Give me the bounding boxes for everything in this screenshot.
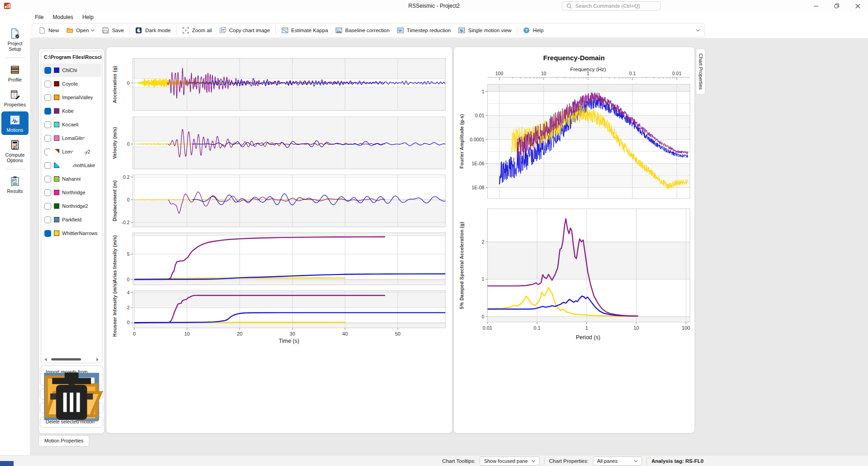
chevron-down-icon bbox=[531, 460, 535, 462]
motion-list: C:\Program Files\Rocscience\ ChiChiCoyot… bbox=[41, 51, 102, 363]
fourier-tick-label: 1E-06 bbox=[472, 161, 484, 166]
sidebar-separator bbox=[5, 169, 25, 169]
sidebar-separator bbox=[5, 58, 25, 58]
toolbar-button-baseline-correction[interactable]: Baseline correction bbox=[332, 25, 393, 36]
scrollbar-track[interactable] bbox=[48, 358, 96, 360]
toolbar-button-open[interactable]: Open bbox=[63, 25, 98, 36]
toolbar-button-dark-mode[interactable]: Dark mode bbox=[131, 25, 174, 36]
motion-action-buttons: Import records from external databases..… bbox=[40, 365, 103, 428]
sidebar-item-properties[interactable]: Properties bbox=[1, 86, 29, 110]
y-tick-label: 0 bbox=[127, 277, 130, 282]
toolbar-button-copy-chart-image[interactable]: Copy chart image bbox=[216, 25, 274, 36]
sidebar-item-compute-options[interactable]: Compute Options bbox=[1, 136, 29, 166]
spectrum-y-tick-label: 0 bbox=[482, 314, 484, 319]
menu-file[interactable]: File bbox=[31, 13, 48, 21]
freq-tick-label: 100 bbox=[495, 71, 503, 76]
chart-tooltips-select[interactable]: Show focused pane bbox=[480, 456, 540, 466]
titlebar: RSSeismic - Project2 Search Commands (Ct… bbox=[0, 0, 868, 12]
toolbar-button-single-motion-view[interactable]: Single motion view bbox=[454, 25, 515, 36]
search-placeholder: Search Commands (Ctrl+Q) bbox=[575, 3, 640, 9]
x-tick-label: 20 bbox=[237, 331, 242, 336]
fourier-tick-label: 1E-08 bbox=[472, 185, 484, 190]
menu-help[interactable]: Help bbox=[78, 13, 98, 21]
sidebar-item-results[interactable]: Results bbox=[1, 173, 29, 196]
restore-icon bbox=[834, 3, 839, 9]
delete-selected-motion-button[interactable]: Delete selected motion bbox=[40, 417, 103, 428]
fourier-tick-label: 0.01 bbox=[475, 113, 485, 118]
save-icon bbox=[102, 27, 109, 34]
time-domain-chart[interactable]: 0Acceleration (g)0Velocity (m/s)0.20-0.2… bbox=[106, 47, 452, 433]
scroll-right-icon[interactable] bbox=[96, 358, 100, 361]
search-icon bbox=[566, 3, 572, 9]
y-tick-label: 4 bbox=[127, 290, 130, 295]
fourier-y-axis-label: Fourier Amplitude (g-s) bbox=[459, 114, 464, 168]
chart-properties-tab[interactable]: Chart Properties bbox=[696, 48, 705, 95]
x-axis-label: Time (s) bbox=[279, 338, 299, 344]
x-tick-label: 30 bbox=[289, 331, 295, 336]
chart-properties-label: Chart Properties: bbox=[549, 458, 588, 464]
motion-list-hscrollbar[interactable] bbox=[43, 357, 101, 361]
toolbar-button-help[interactable]: ?Help bbox=[519, 25, 547, 36]
y-tick-label: 0 bbox=[127, 320, 130, 325]
minimize-button[interactable] bbox=[805, 0, 826, 12]
y-tick-label: 0 bbox=[127, 141, 130, 147]
command-search[interactable]: Search Commands (Ctrl+Q) bbox=[562, 1, 661, 10]
new-file-icon bbox=[39, 27, 46, 34]
frequency-domain-chart[interactable]: Frequency-DomainFrequency (Hz)1001010.10… bbox=[454, 47, 694, 433]
y-tick-label: 0.2 bbox=[123, 174, 130, 180]
close-button[interactable] bbox=[847, 0, 868, 12]
scrollbar-thumb[interactable] bbox=[51, 358, 81, 360]
toolbar-separator bbox=[275, 26, 276, 35]
toolbar-button-save[interactable]: Save bbox=[98, 25, 127, 36]
chart-properties-select[interactable]: All panes bbox=[593, 456, 642, 466]
spectrum-y-tick-label: 2 bbox=[482, 239, 484, 245]
toolbar-separator bbox=[517, 26, 517, 35]
fourier-tick-label: 0.0001 bbox=[470, 137, 484, 142]
scroll-left-icon[interactable] bbox=[43, 358, 47, 361]
motion-row-whittiernarrows[interactable]: WhittierNarrows bbox=[42, 226, 101, 240]
timestep-reduction-icon bbox=[397, 27, 404, 34]
project-setup-icon bbox=[9, 28, 21, 39]
maximize-button[interactable] bbox=[826, 0, 847, 12]
toolbar-separator bbox=[129, 26, 130, 35]
motion-checkbox[interactable] bbox=[44, 230, 51, 237]
toolbar-button-timestep-reduction[interactable]: Timestep reduction bbox=[393, 25, 454, 36]
y-tick-label: 2 bbox=[127, 305, 130, 310]
y-axis-label: Velocity (m/s) bbox=[112, 127, 117, 159]
y-tick-label: -0.2 bbox=[121, 220, 130, 225]
spectrum-y-tick-label: 1 bbox=[482, 276, 484, 282]
toolbar: NewOpenSaveDark modeZoom allCopy chart i… bbox=[32, 23, 705, 38]
help-icon: ? bbox=[523, 27, 530, 34]
minimize-icon bbox=[814, 4, 819, 9]
y-tick-label: 0 bbox=[127, 80, 130, 86]
x-tick-label: 40 bbox=[342, 331, 348, 336]
sidebar-item-project-setup[interactable]: Project Setup bbox=[1, 25, 29, 54]
analysis-tag: Analysis tag: RS-FL0 bbox=[651, 458, 704, 464]
fourier-tick-label: 1 bbox=[482, 89, 484, 94]
period-tick-label: 10 bbox=[633, 325, 639, 331]
sidebar-item-motions[interactable]: Motions bbox=[1, 111, 29, 135]
x-tick-label: 0 bbox=[133, 331, 135, 336]
sidebar-rail: Project SetupProfilePropertiesMotionsCom… bbox=[0, 22, 30, 455]
close-icon bbox=[855, 4, 860, 9]
toolbar-button-zoom-all[interactable]: Zoom all bbox=[178, 25, 216, 36]
statusbar: Chart Tooltips: Show focused pane Chart … bbox=[0, 455, 868, 466]
y-tick-label: 0 bbox=[127, 197, 130, 202]
freq-tick-label: 0.1 bbox=[629, 71, 636, 76]
window-controls bbox=[805, 0, 868, 12]
period-tick-label: 1 bbox=[585, 325, 588, 331]
menu-modules[interactable]: Modules bbox=[48, 13, 77, 21]
y-tick-label: 5 bbox=[127, 251, 130, 257]
toolbar-button-estimate-kappa[interactable]: Estimate Kappa bbox=[278, 25, 332, 36]
y-axis-label: Acceleration (g) bbox=[112, 66, 117, 103]
statusbar-separator bbox=[646, 457, 647, 465]
sidebar-item-profile[interactable]: Profile bbox=[1, 61, 29, 85]
toolbar-overflow-chevron[interactable] bbox=[694, 27, 702, 34]
motion-folder-path: C:\Program Files\Rocscience\ bbox=[41, 51, 102, 61]
toolbar-button-new[interactable]: New bbox=[35, 25, 63, 36]
motion-properties-tab[interactable]: Motion Properties bbox=[39, 435, 89, 447]
compute-options-icon bbox=[9, 139, 21, 151]
chart-properties-value: All panes bbox=[597, 458, 617, 464]
chart-tooltips-label: Chart Tooltips: bbox=[442, 458, 475, 464]
app-window: RSSeismic - Project2 Search Commands (Ct… bbox=[0, 0, 868, 466]
